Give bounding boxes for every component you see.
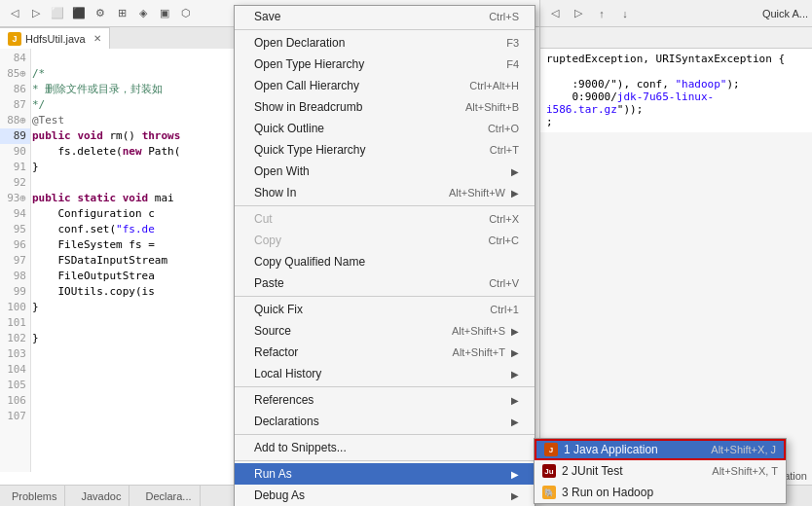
- menu-quick-type-hierarchy-shortcut: Ctrl+T: [490, 144, 519, 156]
- menu-references[interactable]: References ▶: [235, 389, 535, 411]
- menu-save[interactable]: Save Ctrl+S: [235, 6, 535, 27]
- right-btn-up[interactable]: ↑: [592, 4, 611, 23]
- line-102: 102: [0, 331, 30, 346]
- code-line-89: public void rm() throws: [32, 128, 239, 144]
- line-105: 105: [0, 378, 30, 393]
- right-btn-back[interactable]: ◁: [545, 4, 565, 23]
- menu-copy-label: Copy: [254, 234, 281, 247]
- menu-quick-type-hierarchy[interactable]: Quick Type Hierarchy Ctrl+T: [235, 139, 535, 161]
- menu-show-in[interactable]: Show In Alt+Shift+W ▶: [235, 182, 535, 203]
- menu-show-in-arrow: ▶: [511, 188, 519, 199]
- menu-refactor-label: Refactor: [254, 345, 298, 359]
- menu-debug-as[interactable]: Debug As ▶: [235, 485, 535, 506]
- menu-copy-qualified-name[interactable]: Copy Qualified Name: [235, 251, 535, 272]
- menu-quick-outline-shortcut: Ctrl+O: [488, 123, 519, 134]
- line-97: 97: [0, 253, 30, 269]
- submenu-java-application-shortcut: Alt+Shift+X, J: [711, 444, 776, 455]
- submenu-run-on-hadoop[interactable]: 🐘 3 Run on Hadoop: [535, 482, 786, 503]
- menu-show-in-label: Show In: [254, 186, 296, 199]
- right-panel: ◁ ▷ ↑ ↓ Quick A... ruptedException, URIS…: [539, 0, 812, 506]
- code-line-93: public static void mai: [32, 191, 239, 206]
- menu-show-in-breadcrumb-shortcut: Alt+Shift+B: [465, 101, 519, 113]
- code-line-84: [32, 51, 239, 66]
- toolbar-btn-7[interactable]: ◈: [133, 4, 153, 23]
- status-tab-declarations[interactable]: Declara...: [137, 486, 200, 507]
- menu-references-label: References: [254, 393, 314, 407]
- editor-tab[interactable]: J HdfsUtil.java ✕: [0, 27, 110, 49]
- hadoop-icon: 🐘: [542, 486, 556, 499]
- menu-open-call-hierarchy[interactable]: Open Call Hierarchy Ctrl+Alt+H: [235, 75, 535, 96]
- menu-open-declaration[interactable]: Open Declaration F3: [235, 32, 535, 54]
- menu-source[interactable]: Source Alt+Shift+S ▶: [235, 320, 535, 342]
- divider-3: [235, 296, 535, 297]
- code-line-102: }: [32, 331, 239, 346]
- java-app-icon: J: [544, 443, 558, 456]
- menu-add-to-snippets[interactable]: Add to Snippets...: [235, 437, 535, 458]
- menu-declarations[interactable]: Declarations ▶: [235, 411, 535, 432]
- menu-source-arrow: ▶: [511, 326, 519, 337]
- status-tab-javadoc[interactable]: Javadoc: [73, 486, 129, 507]
- menu-quick-fix[interactable]: Quick Fix Ctrl+1: [235, 299, 535, 320]
- submenu-junit-test[interactable]: Ju 2 JUnit Test Alt+Shift+X, T: [535, 460, 786, 482]
- code-line-97: FSDataInputStream: [32, 253, 239, 269]
- line-87: 87: [0, 97, 30, 113]
- submenu-java-application-label: 1 Java Application: [564, 443, 658, 456]
- menu-open-with-label: Open With: [254, 164, 310, 178]
- line-94: 94: [0, 206, 30, 222]
- menu-quick-outline[interactable]: Quick Outline Ctrl+O: [235, 118, 535, 139]
- line-100: 100: [0, 300, 30, 315]
- menu-open-call-hierarchy-shortcut: Ctrl+Alt+H: [469, 80, 519, 91]
- status-tab-javadoc-label: Javadoc: [81, 490, 121, 502]
- toolbar-btn-1[interactable]: ◁: [5, 4, 24, 23]
- right-btn-down[interactable]: ↓: [615, 4, 635, 23]
- toolbar-btn-4[interactable]: ⬛: [69, 4, 89, 23]
- code-line-105: [32, 378, 239, 393]
- line-89: 89: [0, 128, 30, 144]
- code-line-86: * 删除文件或目录，封装如: [32, 82, 239, 97]
- code-line-85: /*: [32, 66, 239, 82]
- menu-run-as[interactable]: Run As ▶: [235, 463, 535, 485]
- menu-refactor[interactable]: Refactor Alt+Shift+T ▶: [235, 342, 535, 363]
- line-85: 85⊕: [0, 66, 30, 82]
- menu-paste[interactable]: Paste Ctrl+V: [235, 272, 535, 294]
- toolbar-btn-3[interactable]: ⬜: [48, 4, 67, 23]
- line-99: 99: [0, 284, 30, 300]
- menu-open-type-hierarchy-label: Open Type Hierarchy: [254, 57, 364, 71]
- line-numbers: 84 85⊕ 86 87 88⊕ 89 90 91 92 93⊕ 94 95 9…: [0, 49, 31, 472]
- menu-quick-type-hierarchy-label: Quick Type Hierarchy: [254, 143, 366, 157]
- menu-local-history[interactable]: Local History ▶: [235, 363, 535, 384]
- menu-open-type-hierarchy[interactable]: Open Type Hierarchy F4: [235, 54, 535, 75]
- context-menu: Save Ctrl+S Open Declaration F3 Open Typ…: [234, 5, 535, 506]
- menu-debug-as-arrow: ▶: [511, 490, 519, 501]
- toolbar-btn-8[interactable]: ▣: [155, 4, 174, 23]
- line-107: 107: [0, 409, 30, 424]
- toolbar-btn-6[interactable]: ⊞: [112, 4, 131, 23]
- code-line-101: [32, 315, 239, 331]
- menu-open-with[interactable]: Open With ▶: [235, 161, 535, 182]
- menu-debug-as-label: Debug As: [254, 488, 305, 502]
- java-file-icon: J: [8, 32, 21, 46]
- status-tab-problems[interactable]: Problems: [4, 486, 65, 507]
- toolbar-btn-9[interactable]: ⬡: [176, 4, 196, 23]
- line-106: 106: [0, 393, 30, 409]
- tab-close[interactable]: ✕: [93, 33, 101, 44]
- right-code-line-1: ruptedException, URISyntaxException {: [546, 53, 806, 65]
- menu-local-history-label: Local History: [254, 367, 321, 380]
- menu-show-in-breadcrumb-label: Show in Breadcrumb: [254, 100, 362, 114]
- toolbar-btn-5[interactable]: ⚙: [91, 4, 110, 23]
- right-btn-forward[interactable]: ▷: [569, 4, 588, 23]
- divider-1: [235, 29, 535, 30]
- submenu-java-application[interactable]: J 1 Java Application Alt+Shift+X, J: [535, 439, 786, 460]
- menu-cut[interactable]: Cut Ctrl+X: [235, 208, 535, 230]
- menu-show-in-shortcut: Alt+Shift+W: [449, 187, 505, 199]
- menu-show-in-breadcrumb[interactable]: Show in Breadcrumb Alt+Shift+B: [235, 96, 535, 118]
- submenu-junit-test-label: 2 JUnit Test: [562, 464, 622, 478]
- menu-paste-label: Paste: [254, 276, 284, 290]
- menu-cut-label: Cut: [254, 212, 273, 226]
- menu-copy[interactable]: Copy Ctrl+C: [235, 230, 535, 251]
- code-line-96: FileSystem fs =: [32, 237, 239, 253]
- line-95: 95: [0, 222, 30, 237]
- toolbar-btn-2[interactable]: ▷: [26, 4, 46, 23]
- status-tab-declarations-label: Declara...: [145, 490, 191, 502]
- run-as-submenu: J 1 Java Application Alt+Shift+X, J Ju 2…: [534, 438, 787, 504]
